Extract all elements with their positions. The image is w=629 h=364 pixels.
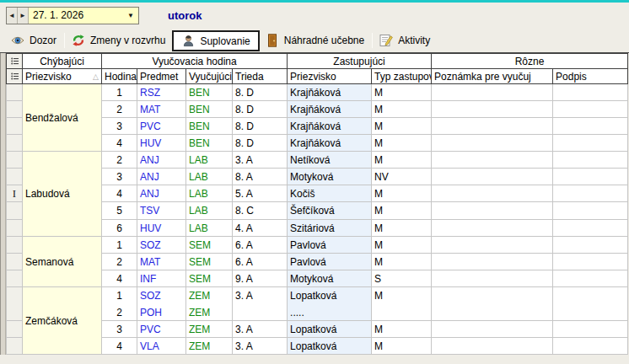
cell-predmet[interactable]: ANJ (137, 152, 186, 169)
column-header-priezvisko-missing[interactable]: Priezvisko△ (23, 69, 102, 84)
cell-podpis[interactable] (553, 118, 628, 135)
cell-predmet[interactable]: INF (137, 270, 186, 286)
cell-poznamka[interactable] (432, 202, 553, 219)
tab-aktivity[interactable]: Aktivity (374, 31, 437, 51)
cell-vyucujuci[interactable]: SEM (186, 253, 233, 270)
cell-vyucujuci[interactable]: ZEM (186, 320, 233, 337)
cell-poznamka[interactable] (432, 118, 553, 135)
column-group-chybajuci[interactable]: Chýbajúci (23, 54, 102, 69)
row-selector[interactable] (7, 135, 23, 152)
cell-vyucujuci[interactable]: ZEM (186, 337, 233, 354)
cell-poznamka[interactable] (432, 253, 553, 270)
missing-teacher-cell[interactable]: Semanová (23, 236, 102, 286)
column-header-podpis[interactable]: Podpis (553, 69, 628, 84)
cell-trieda[interactable]: 4. A (233, 219, 288, 236)
cell-vyucujuci[interactable]: LAB (186, 202, 233, 219)
cell-podpis[interactable] (553, 337, 628, 354)
missing-teacher-cell[interactable]: Bendžalová (23, 84, 102, 152)
cell-trieda[interactable]: 8. D (233, 135, 288, 152)
cell-vyucujuci[interactable]: LAB (186, 185, 233, 202)
cell-podpis[interactable] (553, 303, 628, 320)
cell-hodina[interactable]: 2 (102, 253, 137, 270)
cell-poznamka[interactable] (432, 320, 553, 337)
missing-teacher-cell[interactable]: Labudová (23, 152, 102, 236)
cell-vyucujuci[interactable]: LAB (186, 152, 233, 169)
row-selector[interactable] (7, 169, 23, 185)
cell-trieda[interactable]: 3. A (233, 286, 288, 303)
cell-hodina[interactable]: 4 (102, 135, 137, 152)
cell-poznamka[interactable] (432, 101, 553, 118)
cell-trieda[interactable]: 9. A (233, 270, 288, 286)
cell-podpis[interactable] (553, 169, 628, 185)
cell-predmet[interactable]: POH (137, 303, 186, 320)
column-group-vyucovacia-hodina[interactable]: Vyučovacia hodina (102, 54, 288, 69)
cell-hodina[interactable]: 3 (102, 169, 137, 185)
cell-trieda[interactable]: 3. A (233, 337, 288, 354)
cell-hodina[interactable]: 3 (102, 320, 137, 337)
row-selector[interactable] (7, 320, 23, 337)
cell-typ[interactable]: M (372, 337, 432, 354)
cell-zastupujuci[interactable]: Krajňáková (288, 118, 372, 135)
cell-hodina[interactable]: 4 (102, 337, 137, 354)
cell-zastupujuci[interactable]: Krajňáková (288, 135, 372, 152)
cell-podpis[interactable] (553, 135, 628, 152)
cell-zastupujuci[interactable]: Motyková (288, 169, 372, 185)
sort-ascending-icon[interactable]: △ (93, 72, 99, 81)
row-selector-header[interactable] (7, 54, 23, 69)
cell-vyucujuci[interactable]: BEN (186, 135, 233, 152)
cell-trieda[interactable]: 6. A (233, 253, 288, 270)
cell-typ[interactable]: M (372, 202, 432, 219)
cell-hodina[interactable]: 2 (102, 101, 137, 118)
missing-teacher-cell[interactable]: Zemčáková (23, 286, 102, 354)
row-selector[interactable] (7, 337, 23, 354)
cell-trieda[interactable]: 8. A (233, 169, 288, 185)
cell-poznamka[interactable] (432, 286, 553, 303)
prev-day-button[interactable]: ◄ (7, 8, 18, 24)
cell-hodina[interactable]: 2 (102, 303, 137, 320)
cell-predmet[interactable]: ANJ (137, 169, 186, 185)
cell-typ[interactable]: M (372, 135, 432, 152)
tab-suplovanie[interactable]: Suplovanie (172, 30, 259, 51)
next-day-button[interactable]: ► (18, 8, 29, 24)
row-selector[interactable] (7, 152, 23, 169)
row-selector[interactable] (7, 270, 23, 286)
cell-predmet[interactable]: PVC (137, 118, 186, 135)
cell-trieda[interactable]: 8. D (233, 118, 288, 135)
cell-poznamka[interactable] (432, 337, 553, 354)
cell-trieda[interactable]: 8. C (233, 202, 288, 219)
cell-vyucujuci[interactable]: LAB (186, 169, 233, 185)
cell-vyucujuci[interactable]: BEN (186, 84, 233, 101)
column-header-priezvisko-substitute[interactable]: Priezvisko (288, 69, 372, 84)
row-selector[interactable] (7, 236, 23, 253)
cell-typ[interactable]: M (372, 101, 432, 118)
cell-predmet[interactable]: HUV (137, 135, 186, 152)
cell-hodina[interactable]: 3 (102, 118, 137, 135)
column-header-typ-zastupovania[interactable]: Typ zastupov (372, 69, 432, 84)
cell-vyucujuci[interactable]: LAB (186, 219, 233, 236)
cell-poznamka[interactable] (432, 270, 553, 286)
cell-podpis[interactable] (553, 253, 628, 270)
cell-zastupujuci[interactable]: Pavlová (288, 236, 372, 253)
cell-podpis[interactable] (553, 152, 628, 169)
cell-podpis[interactable] (553, 202, 628, 219)
cell-zastupujuci[interactable]: Krajňáková (288, 84, 372, 101)
date-dropdown-button[interactable]: ▼ (123, 8, 138, 24)
cell-predmet[interactable]: PVC (137, 320, 186, 337)
cell-zastupujuci[interactable]: Pavlová (288, 253, 372, 270)
cell-hodina[interactable]: 1 (102, 84, 137, 101)
cell-zastupujuci[interactable]: Lopatková (288, 337, 372, 354)
row-selector[interactable] (7, 253, 23, 270)
cell-predmet[interactable]: RSZ (137, 84, 186, 101)
cell-zastupujuci[interactable]: Krajňáková (288, 101, 372, 118)
cell-trieda[interactable]: 6. A (233, 236, 288, 253)
cell-typ[interactable]: M (372, 118, 432, 135)
cell-hodina[interactable]: 1 (102, 286, 137, 303)
cell-trieda[interactable]: 3. A (233, 320, 288, 337)
cell-podpis[interactable] (553, 270, 628, 286)
cell-zastupujuci[interactable]: Lopatková (288, 320, 372, 337)
tab-dozor[interactable]: Dozor (5, 31, 63, 51)
cell-vyucujuci[interactable]: SEM (186, 236, 233, 253)
cell-predmet[interactable]: HUV (137, 219, 186, 236)
cell-zastupujuci[interactable]: Kočiš (288, 185, 372, 202)
column-header-vyucujuci[interactable]: Vyučujúci (186, 69, 233, 84)
